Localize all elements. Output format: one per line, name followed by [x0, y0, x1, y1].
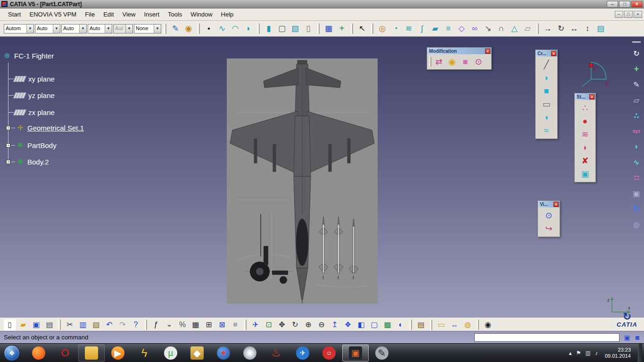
zoom-in-icon[interactable]: ⊕ — [302, 319, 314, 330]
tree-root-label[interactable]: FC-1 Fighter — [14, 52, 54, 60]
toolbar-grip[interactable] — [371, 24, 373, 34]
save-icon[interactable]: ▣ — [30, 319, 42, 330]
close-icon[interactable]: x — [551, 51, 556, 56]
xyz-point-icon[interactable]: xyz — [631, 125, 642, 137]
create-surface-icon[interactable]: ◗ — [540, 71, 553, 84]
title-bar[interactable]: CATIA V5 - [Part1.CATPart] – □ × — [0, 0, 644, 8]
offset-surface-icon[interactable]: ≡ — [442, 23, 454, 35]
toolbar-grip[interactable] — [164, 24, 166, 34]
menu-help[interactable]: Help — [217, 9, 238, 20]
graphic-properties-dropdown-2[interactable]: Auto ▼ — [35, 24, 60, 33]
toolbar-grip[interactable] — [430, 320, 432, 330]
action-center-flag-icon[interactable]: ⚑ — [576, 350, 581, 356]
multi-view-icon[interactable]: ❖ — [342, 319, 354, 330]
sketcher-icon[interactable]: ✎ — [631, 79, 642, 90]
menu-edit[interactable]: Edit — [99, 9, 118, 20]
normal-view-icon[interactable]: ↥ — [329, 319, 341, 330]
taskbar-app-media-player[interactable]: ▶ — [105, 345, 131, 362]
undo-icon[interactable]: ↶ — [103, 319, 116, 330]
fill-surface-icon[interactable]: ▰ — [429, 23, 441, 35]
toolbar-grip[interactable] — [351, 24, 353, 34]
status-window-icon[interactable]: ▣ — [622, 333, 632, 342]
fly-mode-icon[interactable]: ✈ — [249, 319, 262, 330]
analysis-grid-icon[interactable]: ▦ — [322, 23, 335, 35]
close-icon[interactable]: x — [589, 94, 594, 99]
multi-sections-icon[interactable]: ≋ — [403, 23, 415, 35]
formula-icon[interactable]: ƒ — [150, 319, 162, 330]
revolve-surface-icon[interactable]: ◗ — [242, 23, 255, 35]
plane-icon[interactable]: ▱ — [631, 94, 642, 106]
taskbar-app-firefox[interactable] — [25, 345, 52, 362]
taskbar-app-media-red[interactable]: ○ — [316, 345, 342, 362]
close-icon[interactable]: x — [553, 202, 559, 207]
pan-icon[interactable]: ✥ — [276, 319, 288, 330]
toolbar-grip[interactable] — [145, 320, 147, 330]
graphic-properties-dropdown-4[interactable]: Auto ▼ — [88, 24, 112, 33]
toolbar-grip[interactable] — [477, 320, 479, 330]
toolbar-grip[interactable] — [632, 41, 641, 43]
sphere-icon[interactable]: ◍ — [631, 219, 642, 230]
chevron-down-icon[interactable]: ▼ — [154, 25, 161, 33]
create-blend-icon[interactable]: ≈ — [540, 124, 553, 137]
box-wire-icon[interactable]: ▢ — [276, 23, 288, 35]
point-icon[interactable]: • — [203, 23, 215, 35]
measure-icon[interactable]: ↔ — [448, 319, 461, 330]
rotate-view-icon[interactable]: ↻ — [289, 319, 301, 330]
lattice-icon[interactable]: ∷ — [631, 172, 642, 183]
swap-visible-space-icon[interactable]: ↪ — [542, 222, 555, 235]
tree-row-body2[interactable]: ✱ Body.2 — [16, 156, 49, 167]
expand-toggle[interactable]: + — [6, 126, 10, 130]
projection-icon[interactable]: ↘ — [482, 23, 494, 35]
paint-brush-icon[interactable]: ✎ — [169, 23, 182, 35]
pad-icon[interactable]: ▮ — [263, 23, 275, 35]
paste-icon[interactable]: ▧ — [90, 319, 102, 330]
taskbar-app-image-viewer[interactable]: ▣ — [342, 345, 369, 362]
tree-row-yz-plane[interactable]: yz plane — [14, 90, 55, 100]
spline-icon[interactable]: ∿ — [216, 23, 228, 35]
scan-icon[interactable]: ◉ — [446, 55, 459, 68]
menu-view[interactable]: View — [118, 9, 140, 20]
toolbar-grip[interactable] — [317, 24, 320, 34]
scaling-icon[interactable]: ↕ — [581, 23, 594, 35]
menu-tools[interactable]: Tools — [164, 9, 186, 20]
graphic-properties-dropdown-1[interactable]: Autom ▼ — [4, 24, 34, 33]
toolbar-grip[interactable] — [198, 24, 200, 34]
mdi-minimize-button[interactable]: – — [615, 11, 623, 18]
modify-solid-icon[interactable]: ■ — [459, 55, 472, 68]
taskbar-app-photo-manager[interactable]: ◆ — [184, 345, 210, 362]
open-folder-icon[interactable]: ▰ — [17, 319, 29, 330]
create-swept-icon[interactable]: ◖ — [540, 111, 553, 124]
copy-icon[interactable]: ▥ — [77, 319, 89, 330]
points-icon[interactable]: ∴ — [631, 110, 642, 121]
ruler-icon[interactable]: ▭ — [435, 319, 447, 330]
join-icon[interactable]: ∞ — [469, 23, 481, 35]
restore-button[interactable]: □ — [619, 1, 630, 8]
zoom-out-icon[interactable]: ⊖ — [315, 319, 328, 330]
cube-icon[interactable]: ▣ — [631, 188, 642, 199]
mdi-close-button[interactable]: × — [634, 11, 642, 18]
print-icon[interactable]: ▤ — [43, 319, 56, 330]
taskbar-clock[interactable]: 23:23 09.01.2014 — [602, 347, 634, 359]
shading-style-icon[interactable]: ▩ — [381, 319, 394, 330]
taskbar-app-file-manager[interactable] — [78, 345, 105, 362]
comment-icon[interactable]: ◒ — [163, 319, 175, 330]
update-icon[interactable]: ↻ — [631, 48, 642, 59]
box-shaded-icon[interactable]: ▧ — [289, 23, 301, 35]
expand-toggle[interactable]: + — [6, 160, 10, 164]
chevron-down-icon[interactable]: ▼ — [105, 25, 112, 33]
minimize-button[interactable]: – — [607, 1, 618, 8]
extract-icon[interactable]: △ — [508, 23, 520, 35]
whats-this-icon[interactable]: ? — [130, 319, 142, 330]
plane-icon[interactable]: ▱ — [521, 23, 534, 35]
power-input-field[interactable] — [474, 333, 619, 342]
status-doc-icon[interactable]: ◙ — [633, 333, 642, 342]
axis-system-icon[interactable]: + — [631, 63, 642, 74]
hide-show-icon[interactable]: ◐ — [395, 319, 407, 330]
table-edit-icon[interactable]: ⊞ — [203, 319, 215, 330]
toolbar-grip[interactable] — [257, 24, 260, 34]
toolbar-grip[interactable] — [58, 320, 61, 330]
quick-view-icon[interactable]: ◧ — [355, 319, 367, 330]
taskbar-app-download-manager[interactable]: ϟ — [131, 345, 157, 362]
arc-icon[interactable]: ◠ — [229, 23, 241, 35]
select-cursor-icon[interactable]: ↖ — [356, 23, 368, 35]
